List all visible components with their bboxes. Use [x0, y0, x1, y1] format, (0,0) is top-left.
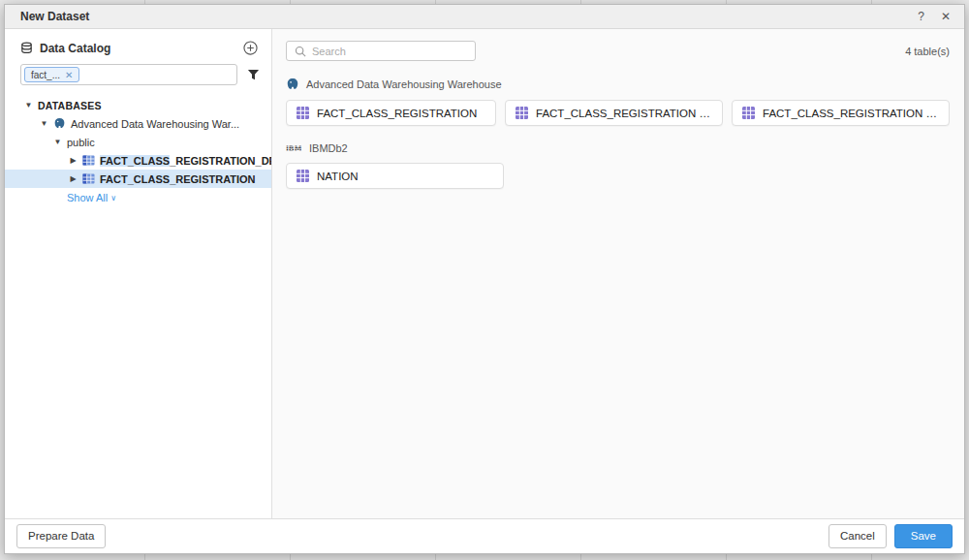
table-grid-icon	[742, 107, 755, 119]
table-icon	[82, 172, 95, 185]
tree-database-label: Advanced Data Warehousing War...	[71, 118, 239, 130]
table-card-row: NATION	[286, 163, 950, 189]
ibm-db2-icon: IBM	[286, 143, 302, 153]
chip-close-icon[interactable]: ✕	[65, 70, 73, 80]
section-header-warehouse: Advanced Data Warehousing Warehouse	[286, 78, 950, 91]
filter-chip-label: fact_...	[31, 70, 60, 80]
sidebar-header: Data Catalog	[5, 41, 271, 55]
help-icon[interactable]: ?	[918, 11, 924, 22]
dialog-body: Data Catalog fact_... ✕	[5, 29, 964, 518]
table-card-label: FACT_CLASS_REGISTRATION (3)	[763, 108, 939, 119]
tree-table-label: FACT_CLASS_REGISTRATION	[100, 173, 256, 185]
data-catalog-sidebar: Data Catalog fact_... ✕	[5, 29, 272, 518]
tree-node-table-selected[interactable]: ▶ FACT_CLASS_REGISTRATION	[5, 170, 271, 188]
table-icon	[82, 154, 95, 167]
dialog-titlebar: New Dataset ? ✕	[5, 5, 964, 29]
table-card-label: FACT_CLASS_REGISTRATION (2)	[536, 108, 712, 119]
cancel-button[interactable]: Cancel	[828, 524, 887, 548]
filter-row: fact_... ✕	[5, 55, 271, 85]
close-icon[interactable]: ✕	[941, 11, 951, 22]
section-title: Advanced Data Warehousing Warehouse	[306, 78, 502, 90]
footer-actions: Cancel Save	[828, 524, 953, 548]
table-grid-icon	[297, 107, 309, 119]
catalog-filter-input[interactable]: fact_... ✕	[20, 64, 237, 85]
table-card[interactable]: FACT_CLASS_REGISTRATION (3)	[732, 100, 950, 126]
table-card-label: NATION	[317, 171, 359, 182]
postgresql-icon	[286, 78, 299, 91]
show-all-link[interactable]: Show All ∨	[5, 192, 271, 203]
table-card-row: FACT_CLASS_REGISTRATION FACT_CLASS_REGIS…	[286, 100, 950, 126]
section-title: IBMDb2	[309, 142, 348, 154]
caret-right-icon[interactable]: ▶	[69, 174, 78, 183]
caret-down-icon[interactable]: ▼	[40, 119, 48, 128]
tree-node-schema[interactable]: ▼ public	[5, 133, 271, 151]
table-count-label: 4 table(s)	[905, 46, 950, 57]
filter-chip[interactable]: fact_... ✕	[24, 67, 79, 82]
filter-funnel-icon[interactable]	[247, 69, 260, 81]
search-icon	[295, 46, 306, 57]
table-card[interactable]: FACT_CLASS_REGISTRATION (2)	[505, 100, 723, 126]
caret-down-icon[interactable]: ▼	[24, 101, 33, 109]
table-grid-icon	[516, 107, 528, 119]
table-search-box[interactable]	[286, 41, 476, 61]
tree-node-databases[interactable]: ▼ DATABASES	[5, 96, 271, 114]
catalog-tree: ▼ DATABASES ▼ Advanced Data Warehousing …	[5, 96, 271, 203]
tree-node-table[interactable]: ▶ FACT_CLASS_REGISTRATION_DEMO	[5, 151, 271, 170]
section-header-ibmdb2: IBM IBMDb2	[286, 142, 950, 154]
add-data-source-icon[interactable]	[243, 41, 258, 55]
sidebar-title: Data Catalog	[40, 42, 110, 55]
save-button[interactable]: Save	[894, 524, 953, 548]
main-toolbar: 4 table(s)	[286, 41, 950, 61]
new-dataset-dialog: New Dataset ? ✕ Data Catalog fact_...	[4, 4, 965, 554]
caret-right-icon[interactable]: ▶	[69, 156, 78, 165]
prepare-data-button[interactable]: Prepare Data	[16, 524, 106, 548]
titlebar-actions: ? ✕	[918, 11, 951, 22]
postgresql-icon	[53, 117, 66, 130]
tree-table-label: FACT_CLASS_REGISTRATION_DEMO	[100, 155, 272, 167]
search-input[interactable]	[312, 46, 467, 57]
table-card-label: FACT_CLASS_REGISTRATION	[317, 108, 477, 119]
chevron-down-icon: ∨	[110, 194, 116, 202]
tree-root-label: DATABASES	[38, 100, 102, 111]
table-card[interactable]: NATION	[286, 163, 504, 189]
dialog-title: New Dataset	[20, 10, 89, 23]
table-grid-icon	[297, 170, 309, 182]
dialog-footer: Prepare Data Cancel Save	[5, 518, 964, 553]
caret-down-icon[interactable]: ▼	[53, 138, 62, 146]
table-card[interactable]: FACT_CLASS_REGISTRATION	[286, 100, 496, 126]
tables-panel: 4 table(s) Advanced Data Warehousing War…	[272, 29, 964, 518]
tree-node-database[interactable]: ▼ Advanced Data Warehousing War...	[5, 114, 271, 133]
tree-schema-label: public	[67, 137, 95, 148]
database-stack-icon	[20, 42, 33, 54]
